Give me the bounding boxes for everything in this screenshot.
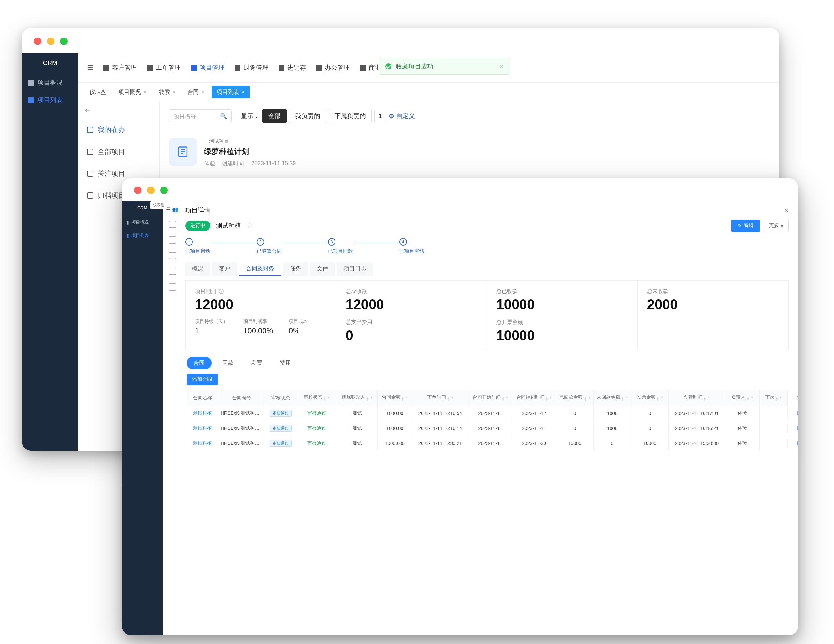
max-dot[interactable] <box>160 187 168 194</box>
menu-toggle-icon[interactable]: ☰ <box>87 64 93 72</box>
grid-icon <box>87 148 93 155</box>
filter-icon[interactable]: ▾ <box>550 395 552 400</box>
filter-all[interactable]: 全部项目 <box>78 141 159 163</box>
max-dot[interactable] <box>60 37 68 45</box>
workspace-tabs: 仪表盘 项目概况× 线索× 合同× 项目列表× <box>78 82 779 102</box>
sort-icon: ▲▼ <box>546 397 548 401</box>
filter-icon[interactable]: ▾ <box>626 395 628 400</box>
subtab-expense[interactable]: 费用 <box>273 357 298 369</box>
col-header[interactable]: 已回款金额▲▼▾ <box>556 390 594 405</box>
tab-close-icon[interactable]: × <box>143 89 147 95</box>
row-action-repay[interactable]: 回款 <box>797 425 798 431</box>
tab-overview[interactable]: 项目概况× <box>113 86 152 98</box>
nav-customers[interactable]: 客户管理 <box>103 63 137 72</box>
project-thumb-icon <box>169 138 197 166</box>
filter-icon[interactable]: ▾ <box>588 395 590 400</box>
tab-contracts[interactable]: 合同× <box>183 86 210 98</box>
tab-close-icon[interactable]: × <box>201 89 205 95</box>
bi-icon <box>360 65 365 71</box>
star-icon[interactable] <box>169 268 176 275</box>
min-dot[interactable] <box>47 37 55 45</box>
cell: 2023-11-11 16:16:54 <box>412 406 469 420</box>
close-dot[interactable] <box>34 37 41 45</box>
filter-icon[interactable]: ▾ <box>506 395 508 400</box>
nav-office[interactable]: 办公管理 <box>316 63 350 72</box>
nav-inventory[interactable]: 进销存 <box>278 63 306 72</box>
edit-button[interactable]: ✎编辑 <box>731 220 760 232</box>
gutter-pill[interactable]: 仪表盘 <box>150 201 167 209</box>
col-header[interactable]: 未回款金额▲▼▾ <box>594 390 631 405</box>
subtab-repayment[interactable]: 回款 <box>215 357 240 369</box>
contract-link[interactable]: 测试种植 <box>193 410 212 416</box>
dtab-finance[interactable]: 合同及财务 <box>239 261 281 276</box>
custom-filter-button[interactable]: ⚙自定义 <box>389 112 415 120</box>
filter-icon[interactable]: ▾ <box>780 395 782 400</box>
min-dot[interactable] <box>147 187 155 194</box>
toast-close-icon[interactable]: × <box>500 63 504 70</box>
nav-tickets[interactable]: 工单管理 <box>147 63 181 72</box>
filter-icon[interactable]: ▾ <box>371 395 373 400</box>
col-header[interactable]: 创建时间▲▼▾ <box>669 390 725 405</box>
search-input[interactable]: 项目名称 🔍 <box>169 109 231 123</box>
dtab-customer[interactable]: 客户 <box>212 261 237 276</box>
grid-icon[interactable] <box>169 252 176 260</box>
collapse-icon[interactable] <box>169 221 176 228</box>
filter-my-active[interactable]: 我的在办 <box>78 119 159 141</box>
col-header[interactable]: 发票金额▲▼▾ <box>631 390 669 405</box>
nav-finance[interactable]: 财务管理 <box>235 63 268 72</box>
filter-icon[interactable]: ▾ <box>751 395 753 400</box>
filter-icon[interactable]: ▾ <box>708 395 710 400</box>
filter-icon[interactable]: ▾ <box>328 395 330 400</box>
row-action-repay[interactable]: 回款 <box>797 440 798 445</box>
col-header[interactable]: 合同结束时间▲▼▾ <box>512 390 556 405</box>
add-contract-button[interactable]: 添加合同 <box>186 374 218 385</box>
dtab-log[interactable]: 项目日志 <box>337 261 373 276</box>
subtab-invoice[interactable]: 发票 <box>244 357 269 369</box>
project-card[interactable]: 「测试项目」 绿萝种植计划 体验 创建时间： 2023-11-11 15:39 <box>169 138 770 167</box>
panel-close-icon[interactable]: × <box>784 206 789 215</box>
tab-dashboard[interactable]: 仪表盘 <box>84 86 112 98</box>
col-header[interactable]: 合同金额▲▼▾ <box>378 390 412 405</box>
close-dot[interactable] <box>134 187 141 194</box>
button-label: 更多 <box>769 223 779 229</box>
chip-mine[interactable]: 我负责的 <box>289 109 326 123</box>
col-header[interactable]: 所属联系人▲▼▾ <box>337 390 378 405</box>
col-header[interactable]: 下次▲▼▾ <box>760 390 788 405</box>
tab-close-icon[interactable]: × <box>173 89 176 95</box>
subtab-contract[interactable]: 合同 <box>186 357 212 369</box>
dtab-files[interactable]: 文件 <box>310 261 335 276</box>
tab-close-icon[interactable]: × <box>242 89 245 95</box>
menu-toggle-icon[interactable]: ☰ 👥 <box>166 207 178 213</box>
col-header[interactable]: 负责人▲▼▾ <box>725 390 760 405</box>
col-header[interactable]: 审核状态▲▼▾ <box>296 390 337 405</box>
tab-leads[interactable]: 线索× <box>154 86 181 98</box>
filter-label: 关注项目 <box>98 169 125 178</box>
sidebar-item-list[interactable]: ▮项目列表 <box>122 229 163 242</box>
contract-link[interactable]: 测试种植 <box>193 440 212 445</box>
more-button[interactable]: 更多▾ <box>764 220 789 232</box>
help-icon[interactable]: ? <box>219 289 224 294</box>
dtab-overview[interactable]: 概况 <box>185 261 210 276</box>
step-label: 已项目完结 <box>399 248 424 255</box>
col-header[interactable]: 合同开始时间▲▼▾ <box>469 390 512 405</box>
filter-icon[interactable]: ▾ <box>451 395 453 400</box>
nav-projects[interactable]: 项目管理 <box>191 63 225 72</box>
sort-icon: ▲▼ <box>323 397 326 401</box>
dtab-tasks[interactable]: 任务 <box>283 261 308 276</box>
filter-icon[interactable]: ▾ <box>661 395 663 400</box>
chip-all[interactable]: 全部 <box>262 109 287 123</box>
heart-icon[interactable] <box>169 236 176 244</box>
chip-sub[interactable]: 下属负责的 <box>328 109 372 123</box>
sidebar-item-overview[interactable]: ▮项目概况 <box>122 216 163 229</box>
row-action-repay[interactable]: 回款 <box>797 410 798 416</box>
star-icon[interactable]: ☆ <box>247 222 253 230</box>
collapse-icon[interactable]: ⇤ <box>78 102 159 119</box>
sidebar-item-overview[interactable]: 项目概况 <box>22 74 78 91</box>
contract-link[interactable]: 测试种植 <box>193 425 212 431</box>
filter-icon[interactable]: ▾ <box>406 395 408 400</box>
archive-icon[interactable] <box>169 283 176 291</box>
col-header[interactable]: 下单时间▲▼▾ <box>412 390 469 405</box>
sidebar-item-list[interactable]: 项目列表 <box>22 91 78 108</box>
tab-project-list[interactable]: 项目列表× <box>212 86 250 98</box>
cell: 10000.00 <box>378 436 412 450</box>
